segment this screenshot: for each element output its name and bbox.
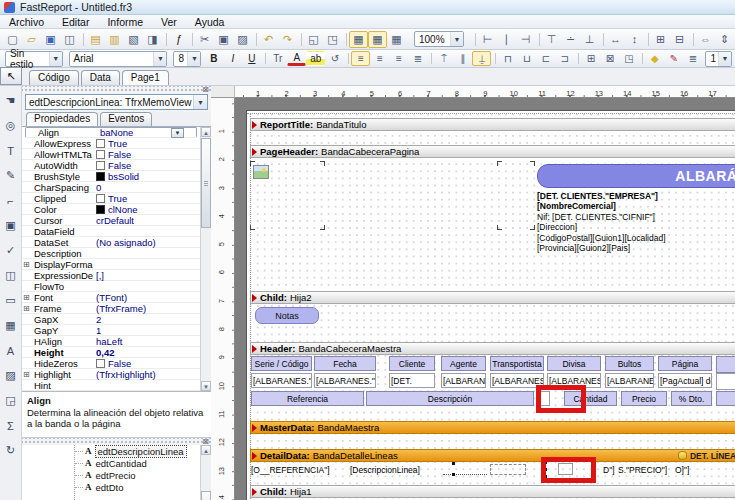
column-header-cell[interactable]: Cliente xyxy=(389,356,435,371)
style-select[interactable]: Sin estilo ▼ xyxy=(5,51,63,67)
line-width-select[interactable]: 1 ▼ xyxy=(705,51,732,67)
property-row[interactable]: ⊞ Hint ▼ xyxy=(22,380,200,391)
menu-item[interactable]: Ver xyxy=(152,15,186,28)
scroll-up-icon[interactable]: ▲ xyxy=(201,445,211,455)
menu-item[interactable]: Ayuda xyxy=(186,15,234,28)
format-toolbar-button[interactable]: Tr xyxy=(268,51,287,66)
property-row[interactable]: ⊞ Font (TFont) ▼ xyxy=(22,292,200,303)
border-toolbar-button[interactable]: ⊓ xyxy=(498,51,517,66)
object-tool-icon[interactable]: ✓ xyxy=(2,242,20,260)
format-toolbar-button[interactable]: ⍑ xyxy=(434,51,453,66)
property-row[interactable]: ⊞ HAlign haLeft ▼ xyxy=(22,336,200,347)
object-selector[interactable]: edtDescripcionLinea: TfrxMemoView ▼ xyxy=(25,94,208,110)
align-toolbar-button[interactable]: ∸ xyxy=(561,31,580,48)
border-toolbar-button[interactable]: ◆ xyxy=(645,51,664,66)
align-toolbar-button[interactable]: ⊟ xyxy=(670,31,689,48)
toolbar-button[interactable]: ▦ xyxy=(387,31,406,48)
tree-item[interactable]: A edtDto xyxy=(22,481,200,493)
tree-splitter[interactable]: ⊠ xyxy=(22,438,211,445)
format-toolbar-button[interactable]: ↺ xyxy=(325,51,344,66)
expand-icon[interactable]: ⊞ xyxy=(23,304,32,313)
object-tool-icon[interactable]: ◲ xyxy=(2,392,20,410)
selection-handle[interactable] xyxy=(452,473,455,476)
object-tool-icon[interactable]: ☚ xyxy=(2,92,20,110)
column-header-cell[interactable]: Página xyxy=(658,356,712,371)
align-toolbar-button[interactable]: ⊞ xyxy=(651,31,670,48)
align-toolbar-button[interactable]: ↔ xyxy=(606,31,625,48)
align-toolbar-button[interactable]: ⇕ xyxy=(715,31,734,48)
toolbar-button[interactable]: ▦ xyxy=(368,31,387,48)
detail-precio-memo[interactable]: S."PRECIO"] xyxy=(618,463,664,477)
align-toolbar-button[interactable]: ⊤ xyxy=(542,31,561,48)
property-row[interactable]: ⊞ AllowHTMLTa False ▼ xyxy=(22,149,200,160)
format-toolbar-button[interactable]: ≣ xyxy=(408,51,427,66)
border-toolbar-button[interactable]: ⊏ xyxy=(536,51,555,66)
align-toolbar-button[interactable]: ↕ xyxy=(625,31,644,48)
column-value-cell[interactable]: [ALBARANES." xyxy=(441,373,486,388)
tree-scrollbar[interactable]: ▲ ▼ xyxy=(200,445,211,500)
border-toolbar-button[interactable]: ⊐ xyxy=(555,51,574,66)
line-header-dto[interactable]: % Dto. xyxy=(671,391,712,406)
property-row[interactable]: ⊞ Align baNone ▼ xyxy=(25,127,197,138)
property-row[interactable]: ⊞ BrushStyle bsSolid ▼ xyxy=(22,171,200,182)
zoom-select[interactable]: 100% ▼ xyxy=(414,31,464,47)
checkbox-icon[interactable] xyxy=(96,359,105,368)
column-value-cell[interactable]: [ALBARANES." xyxy=(314,373,376,388)
property-row[interactable]: ⊞ Clipped True ▼ xyxy=(22,193,200,204)
object-tool-icon[interactable]: ◫ xyxy=(2,267,20,285)
tree-item[interactable]: A edtPrecio xyxy=(22,469,200,481)
checkbox-icon[interactable] xyxy=(96,161,105,170)
line-header-partial-cell[interactable] xyxy=(716,391,735,406)
detail-cantidad-memo[interactable]: D"] xyxy=(603,463,617,477)
property-row[interactable]: ⊞ DisplayForma ▼ xyxy=(22,259,200,270)
close-icon[interactable]: ⊠ xyxy=(202,85,209,94)
page-tab[interactable]: Page1 xyxy=(122,70,169,85)
column-header-cell[interactable]: Serie / Código xyxy=(251,356,312,371)
menu-item[interactable]: Informe xyxy=(98,15,152,28)
object-tool-icon[interactable]: ◎ xyxy=(2,117,20,135)
band-header-maestra[interactable]: Header: BandaCabeceraMaestra xyxy=(250,342,735,355)
border-toolbar-button[interactable]: ≣ xyxy=(683,51,702,66)
tab-eventos[interactable]: Eventos xyxy=(100,112,152,126)
format-toolbar-button[interactable]: B xyxy=(204,51,223,66)
object-tool-icon[interactable]: ▨ xyxy=(2,367,20,385)
object-tool-icon[interactable]: Σ xyxy=(2,417,20,435)
toolbar-button[interactable]: ▧ xyxy=(124,31,143,48)
scrollbar-thumb[interactable] xyxy=(201,491,211,500)
column-value-cell[interactable]: [ALBARANES." xyxy=(605,373,654,388)
border-toolbar-button[interactable]: ⊞ xyxy=(581,51,600,66)
object-tool-icon[interactable]: ▣ xyxy=(2,217,20,235)
toolbar-button[interactable]: ▤ xyxy=(86,31,105,48)
band-reporttitle[interactable]: ReportTitle: BandaTitulo xyxy=(250,118,735,131)
vertical-ruler[interactable]: 1234567891011121314 xyxy=(211,98,235,500)
toolbar-button[interactable]: ▢ xyxy=(3,31,22,48)
page-tab[interactable]: Código xyxy=(29,70,79,85)
border-toolbar-button[interactable]: ⊠ xyxy=(600,51,619,66)
font-select[interactable]: Arial ▼ xyxy=(69,51,168,67)
property-row[interactable]: ⊞ GapY 1 ▼ xyxy=(22,325,200,336)
menu-item[interactable]: Editar xyxy=(53,15,98,28)
line-header-descripcion[interactable]: Descripción xyxy=(366,391,534,406)
toolbar-button[interactable]: ✂ xyxy=(195,31,214,48)
object-tool-icon[interactable]: ✎ xyxy=(2,167,20,185)
client-info-memo[interactable]: [DET. CLIENTES."EMPRESA"][NombreComercia… xyxy=(537,191,735,253)
selection-handle[interactable] xyxy=(452,462,455,465)
format-toolbar-button[interactable]: ≡ xyxy=(351,51,370,66)
checkbox-icon[interactable] xyxy=(96,150,105,159)
font-size-select[interactable]: 8 ▼ xyxy=(173,51,201,67)
column-value-cell[interactable]: [PagActual] de xyxy=(658,373,712,388)
column-header-cell[interactable]: Bultos xyxy=(605,356,654,371)
property-row[interactable]: ⊞ CharSpacing 0 ▼ xyxy=(22,182,200,193)
property-row[interactable]: ⊞ Frame (TfrxFrame) ▼ xyxy=(22,303,200,314)
report-page[interactable]: ReportTitle: BandaTitulo PageHeader: Ban… xyxy=(246,110,735,500)
align-toolbar-button[interactable]: ∣ xyxy=(497,31,516,48)
notas-memo[interactable]: Notas xyxy=(255,307,319,324)
column-header-cell[interactable]: Fecha xyxy=(314,356,376,371)
toolbar-button[interactable]: ◱ xyxy=(304,31,323,48)
dropdown-button[interactable]: ▼ xyxy=(171,128,184,138)
property-row[interactable]: ⊞ Color clNone ▼ xyxy=(22,204,200,215)
toolbar-button[interactable]: ◳ xyxy=(323,31,342,48)
toolbar-button[interactable]: ▥ xyxy=(105,31,124,48)
column-header-cell[interactable]: Agente xyxy=(441,356,486,371)
object-tool-icon[interactable]: ▦ xyxy=(2,317,20,335)
